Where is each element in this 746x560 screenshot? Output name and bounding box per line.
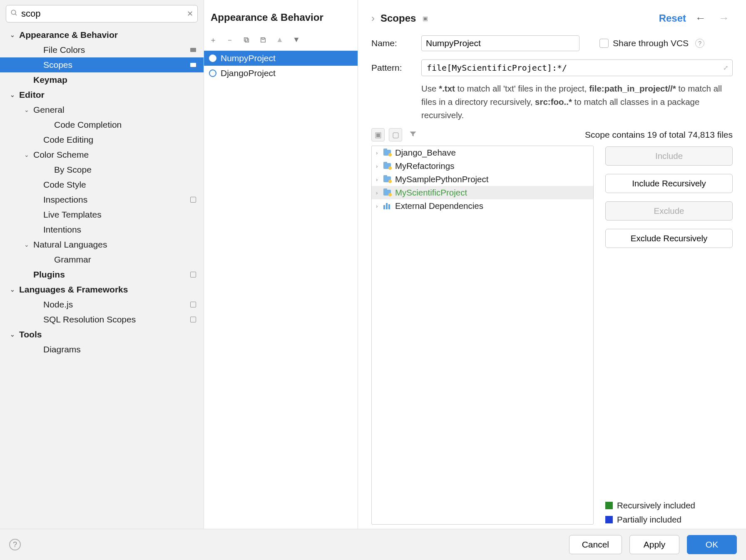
sidebar-item-file-colors[interactable]: File Colors xyxy=(0,42,204,57)
sidebar-item-label: Live Templates xyxy=(43,210,199,220)
scope-item-numpyproject[interactable]: NumpyProject xyxy=(204,51,358,66)
sidebar-item-intentions[interactable]: Intentions xyxy=(0,222,204,237)
sidebar-item-label: By Scope xyxy=(54,165,199,175)
breadcrumb-seg-1[interactable]: Appearance & Behavior xyxy=(211,12,323,23)
search-icon xyxy=(10,9,18,19)
sidebar-item-label: Code Completion xyxy=(54,120,199,130)
sidebar-item-grammar[interactable]: Grammar xyxy=(0,252,204,267)
save-icon[interactable] xyxy=(259,36,267,44)
sidebar-item-label: Diagrams xyxy=(43,344,199,354)
sidebar-item-label: Scopes xyxy=(43,60,190,70)
breadcrumb-seg-2[interactable]: Scopes xyxy=(380,12,416,24)
chevron-icon: ⌄ xyxy=(24,241,33,248)
python-folder-icon xyxy=(383,162,393,170)
legend-recursive: Recursively included xyxy=(605,501,733,510)
settings-sidebar: ✕ ⌄Appearance & BehaviorFile ColorsScope… xyxy=(0,0,204,529)
sidebar-item-keymap[interactable]: Keymap xyxy=(0,72,204,87)
filter-icon[interactable] xyxy=(409,130,417,140)
sidebar-item-label: Node.js xyxy=(43,300,190,310)
sidebar-item-general[interactable]: ⌄General xyxy=(0,102,204,117)
sidebar-item-languages-frameworks[interactable]: ⌄Languages & Frameworks xyxy=(0,282,204,297)
tree-item-label: MyRefactorings xyxy=(395,161,589,171)
scope-name-input[interactable] xyxy=(421,35,579,51)
reset-button[interactable]: Reset xyxy=(659,12,686,24)
sidebar-item-node-js[interactable]: Node.js xyxy=(0,297,204,312)
sidebar-item-appearance-behavior[interactable]: ⌄Appearance & Behavior xyxy=(0,27,204,42)
sidebar-item-label: Tools xyxy=(19,330,199,339)
sidebar-item-label: Code Editing xyxy=(43,135,199,145)
legend-blue-icon xyxy=(605,516,613,523)
chevron-right-icon: › xyxy=(376,163,383,169)
project-scope-icon xyxy=(190,197,196,203)
exclude-recursively-button[interactable]: Exclude Recursively xyxy=(605,229,733,248)
sidebar-item-label: General xyxy=(33,105,199,115)
chevron-right-icon: › xyxy=(376,190,383,196)
sidebar-item-inspections[interactable]: Inspections xyxy=(0,192,204,207)
tree-item-myrefactorings[interactable]: ›MyRefactorings xyxy=(372,159,593,173)
chevron-icon: ⌄ xyxy=(24,151,33,158)
breadcrumb-separator: › xyxy=(371,12,375,24)
sidebar-item-code-completion[interactable]: Code Completion xyxy=(0,117,204,132)
copy-icon[interactable] xyxy=(242,36,251,44)
remove-icon[interactable]: － xyxy=(226,36,234,44)
tree-item-external-dependencies[interactable]: ›External Dependencies xyxy=(372,199,593,213)
help-icon[interactable]: ? xyxy=(695,39,704,48)
chevron-icon: ⌄ xyxy=(10,92,19,98)
expand-icon[interactable]: ⤢ xyxy=(723,64,729,72)
chevron-right-icon: › xyxy=(376,203,383,209)
python-folder-icon xyxy=(383,176,393,183)
pattern-input[interactable] xyxy=(421,59,733,76)
tree-item-label: External Dependencies xyxy=(395,201,589,211)
move-down-icon[interactable]: ▼ xyxy=(292,36,301,44)
expand-all-icon[interactable]: ▣ xyxy=(371,128,385,141)
scopes-list-panel: Appearance & Behavior ＋ － ▲ ▼ NumpyProje… xyxy=(204,0,358,529)
include-recursively-button[interactable]: Include Recursively xyxy=(605,174,733,193)
legend-green-icon xyxy=(605,502,613,509)
settings-search[interactable]: ✕ xyxy=(6,5,198,22)
nav-forward-icon: → xyxy=(715,12,733,25)
sidebar-item-scopes[interactable]: Scopes xyxy=(0,57,204,72)
cancel-button[interactable]: Cancel xyxy=(569,535,622,554)
sidebar-item-sql-resolution-scopes[interactable]: SQL Resolution Scopes xyxy=(0,312,204,327)
sidebar-item-label: Languages & Frameworks xyxy=(19,285,199,295)
scope-file-tree[interactable]: ›Django_Behave›MyRefactorings›MySamplePy… xyxy=(371,146,594,525)
sidebar-item-diagrams[interactable]: Diagrams xyxy=(0,342,204,357)
sidebar-item-label: Appearance & Behavior xyxy=(19,30,199,40)
move-up-icon[interactable]: ▲ xyxy=(276,36,284,44)
sidebar-item-tools[interactable]: ⌄Tools xyxy=(0,327,204,342)
exclude-button[interactable]: Exclude xyxy=(605,201,733,221)
tree-item-label: Django_Behave xyxy=(395,148,589,158)
ok-button[interactable]: OK xyxy=(687,535,737,554)
scopes-toolbar: ＋ － ▲ ▼ xyxy=(204,27,358,51)
pattern-hint: Use *.txt to match all 'txt' files in th… xyxy=(421,76,733,126)
clear-search-icon[interactable]: ✕ xyxy=(187,9,193,18)
sidebar-item-color-scheme[interactable]: ⌄Color Scheme xyxy=(0,147,204,162)
add-icon[interactable]: ＋ xyxy=(209,36,217,44)
collapse-all-icon[interactable]: ▢ xyxy=(389,128,402,141)
pattern-label: Pattern: xyxy=(371,59,413,73)
nav-back-icon[interactable]: ← xyxy=(692,12,709,25)
apply-button[interactable]: Apply xyxy=(629,535,679,554)
tree-item-django-behave[interactable]: ›Django_Behave xyxy=(372,146,593,159)
svg-rect-2 xyxy=(245,39,249,42)
sidebar-item-natural-languages[interactable]: ⌄Natural Languages xyxy=(0,237,204,252)
sidebar-item-label: Natural Languages xyxy=(33,240,199,250)
share-vcs-checkbox[interactable] xyxy=(599,39,609,48)
search-input[interactable] xyxy=(21,8,187,19)
sidebar-item-code-editing[interactable]: Code Editing xyxy=(0,132,204,147)
chevron-right-icon: › xyxy=(376,150,383,156)
sidebar-item-live-templates[interactable]: Live Templates xyxy=(0,207,204,222)
sidebar-item-plugins[interactable]: Plugins xyxy=(0,267,204,282)
sidebar-item-editor[interactable]: ⌄Editor xyxy=(0,87,204,102)
breadcrumb-right: › Scopes ▣ Reset ← → xyxy=(358,0,746,28)
sidebar-item-code-style[interactable]: Code Style xyxy=(0,177,204,192)
include-button[interactable]: Include xyxy=(605,146,733,166)
tree-item-myscientificproject[interactable]: ›MyScientificProject xyxy=(372,186,593,199)
sidebar-item-label: SQL Resolution Scopes xyxy=(43,315,190,325)
sidebar-item-label: Inspections xyxy=(43,195,190,205)
sidebar-item-by-scope[interactable]: By Scope xyxy=(0,162,204,177)
scope-radio-icon xyxy=(209,55,216,62)
scope-item-djangoproject[interactable]: DjangoProject xyxy=(204,66,358,81)
tree-item-mysamplepythonproject[interactable]: ›MySamplePythonProject xyxy=(372,173,593,186)
help-button[interactable]: ? xyxy=(9,539,21,550)
